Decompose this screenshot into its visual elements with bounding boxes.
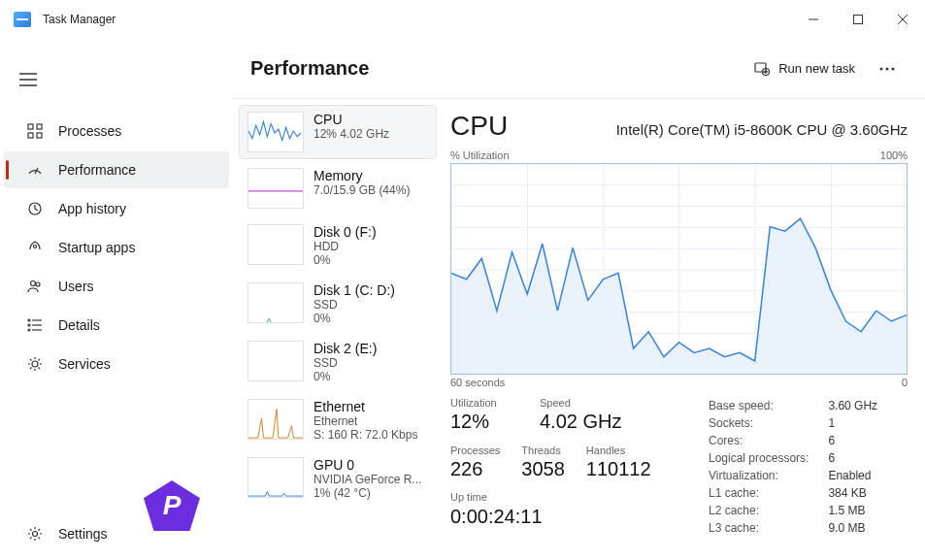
perf-item-gpu0[interactable]: GPU 0 NVIDIA GeForce R... 1% (42 °C) <box>239 450 437 507</box>
perf-sub: SSD <box>314 356 377 370</box>
nav-label: Performance <box>58 162 136 178</box>
mini-chart-ethernet <box>248 399 304 440</box>
perf-sub2: 0% <box>314 312 395 325</box>
perf-title: Disk 2 (E:) <box>314 341 377 356</box>
chart-xright: 0 <box>902 377 908 388</box>
svg-rect-9 <box>28 133 33 138</box>
perf-title: Disk 0 (F:) <box>314 224 377 240</box>
svg-point-28 <box>880 67 883 70</box>
svg-point-14 <box>31 281 36 286</box>
perf-title: GPU 0 <box>314 457 421 473</box>
info-key: L3 cache: <box>709 520 826 536</box>
perf-title: CPU <box>314 112 389 127</box>
perf-sub: HDD <box>314 240 377 253</box>
cpu-model-name: Intel(R) Core(TM) i5-8600K CPU @ 3.60GHz <box>616 121 908 138</box>
sidebar: Processes Performance App history Startu… <box>0 39 233 560</box>
svg-rect-7 <box>28 124 33 129</box>
perf-title: Ethernet <box>314 399 417 414</box>
nav-services[interactable]: Services <box>4 346 229 382</box>
info-key: Sockets: <box>709 415 826 431</box>
svg-point-13 <box>34 246 37 248</box>
svg-point-22 <box>32 361 38 367</box>
nav-processes[interactable]: Processes <box>4 113 229 149</box>
info-key: Virtualization: <box>709 468 826 483</box>
info-value: 6 <box>828 433 877 448</box>
nav-label: App history <box>58 201 126 216</box>
minimize-button[interactable] <box>791 0 836 39</box>
grid-icon <box>25 121 45 141</box>
nav-startup-apps[interactable]: Startup apps <box>4 229 229 266</box>
nav-users[interactable]: Users <box>4 268 229 305</box>
chart-ylabel: % Utilization <box>450 149 510 161</box>
perf-title: Disk 1 (C: D:) <box>314 282 395 298</box>
app-icon <box>14 12 31 27</box>
nav-label: Details <box>58 317 100 333</box>
chart-xleft: 60 seconds <box>450 377 505 388</box>
stat-value: 3058 <box>521 457 565 480</box>
perf-sub: 7.0/15.9 GB (44%) <box>314 183 410 197</box>
perf-item-disk1[interactable]: Disk 1 (C: D:) SSD 0% <box>239 276 437 332</box>
info-key: Cores: <box>709 433 826 448</box>
svg-point-29 <box>886 67 889 70</box>
nav-label: Users <box>58 279 94 294</box>
perf-item-memory[interactable]: Memory 7.0/15.9 GB (44%) <box>239 161 437 215</box>
detail-pane: CPU Intel(R) Core(TM) i5-8600K CPU @ 3.6… <box>443 99 925 560</box>
perf-sub2: 1% (42 °C) <box>314 486 421 500</box>
hamburger-button[interactable] <box>6 60 50 99</box>
cpu-info-table: Base speed:3.60 GHzSockets:1Cores:6Logic… <box>707 396 879 538</box>
titlebar: Task Manager <box>0 0 925 39</box>
stat-value: 12% <box>450 410 518 433</box>
perf-item-cpu[interactable]: CPU 12% 4.02 GHz <box>239 105 437 159</box>
perf-sub2: S: 160 R: 72.0 Kbps <box>314 428 417 442</box>
stat-label: Processes <box>450 444 500 457</box>
page-title: Performance <box>250 57 369 80</box>
stat-value: 0:00:24:11 <box>450 505 693 528</box>
stat-value: 110112 <box>586 457 651 480</box>
stat-label: Up time <box>450 490 693 504</box>
users-icon <box>25 277 45 296</box>
nav-settings[interactable]: Settings <box>4 515 229 552</box>
window-controls <box>791 0 925 39</box>
stat-value: 4.02 GHz <box>540 410 621 433</box>
perf-resource-list: CPU 12% 4.02 GHz Memory 7.0/15.9 GB (44%… <box>233 99 443 560</box>
stat-value: 226 <box>450 457 500 480</box>
svg-rect-8 <box>37 124 42 129</box>
svg-rect-1 <box>854 16 863 24</box>
svg-point-15 <box>36 282 40 286</box>
startup-icon <box>25 238 45 257</box>
mini-chart-cpu <box>248 112 304 152</box>
info-value: 6 <box>828 450 877 466</box>
chart-ymax: 100% <box>880 149 908 161</box>
perf-item-disk0[interactable]: Disk 0 (F:) HDD 0% <box>239 217 437 274</box>
more-button[interactable] <box>873 54 902 83</box>
close-button[interactable] <box>880 0 925 39</box>
perf-item-disk2[interactable]: Disk 2 (E:) SSD 0% <box>239 334 437 390</box>
perf-item-ethernet[interactable]: Ethernet Ethernet S: 160 R: 72.0 Kbps <box>239 392 437 448</box>
stat-label: Threads <box>521 444 565 457</box>
info-value: 3.60 GHz <box>828 398 877 413</box>
perf-sub2: 0% <box>314 253 377 267</box>
info-key: Base speed: <box>709 398 826 413</box>
mini-chart-disk2 <box>248 341 304 381</box>
services-icon <box>25 354 45 374</box>
info-key: Logical processors: <box>709 450 826 466</box>
mini-chart-gpu0 <box>248 457 304 498</box>
content-header: Performance Run new task <box>233 39 925 99</box>
mini-chart-disk1 <box>248 282 304 323</box>
mini-chart-memory <box>248 168 304 209</box>
perf-title: Memory <box>314 168 410 183</box>
titlebar-title: Task Manager <box>43 13 116 26</box>
info-value: Enabled <box>828 468 877 483</box>
perf-sub: Ethernet <box>314 414 417 428</box>
perf-sub: SSD <box>314 298 395 312</box>
nav-performance[interactable]: Performance <box>4 151 229 188</box>
info-value: 1 <box>828 415 877 431</box>
nav-details[interactable]: Details <box>4 307 229 344</box>
svg-rect-10 <box>37 133 42 138</box>
cpu-utilization-chart[interactable] <box>450 163 908 375</box>
run-new-task-button[interactable]: Run new task <box>745 56 863 82</box>
nav-app-history[interactable]: App history <box>4 190 229 227</box>
svg-point-19 <box>28 319 30 321</box>
info-value: 1.5 MB <box>828 503 877 518</box>
maximize-button[interactable] <box>836 0 880 39</box>
